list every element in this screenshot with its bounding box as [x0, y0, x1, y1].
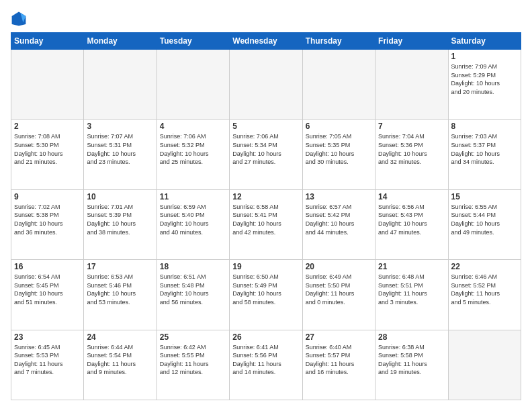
calendar-cell: 27Sunrise: 6:40 AM Sunset: 5:57 PM Dayli…	[302, 330, 375, 400]
calendar-week-row: 2Sunrise: 7:08 AM Sunset: 5:30 PM Daylig…	[11, 120, 521, 189]
day-info: Sunrise: 6:45 AM Sunset: 5:53 PM Dayligh…	[14, 343, 81, 377]
day-info: Sunrise: 6:54 AM Sunset: 5:45 PM Dayligh…	[14, 273, 81, 306]
day-info: Sunrise: 7:05 AM Sunset: 5:35 PM Dayligh…	[306, 132, 372, 166]
day-number: 15	[451, 192, 518, 201]
day-info: Sunrise: 6:40 AM Sunset: 5:57 PM Dayligh…	[306, 343, 372, 377]
day-number: 19	[232, 262, 299, 271]
day-info: Sunrise: 7:01 AM Sunset: 5:39 PM Dayligh…	[87, 203, 153, 236]
calendar-cell: 5Sunrise: 7:06 AM Sunset: 5:34 PM Daylig…	[230, 120, 302, 189]
calendar-cell: 8Sunrise: 7:03 AM Sunset: 5:37 PM Daylig…	[448, 120, 521, 189]
calendar-cell: 26Sunrise: 6:41 AM Sunset: 5:56 PM Dayli…	[230, 330, 302, 400]
day-number: 28	[378, 332, 445, 342]
day-info: Sunrise: 6:57 AM Sunset: 5:42 PM Dayligh…	[306, 203, 372, 236]
day-number: 16	[14, 262, 81, 271]
day-info: Sunrise: 6:59 AM Sunset: 5:40 PM Dayligh…	[160, 203, 226, 236]
calendar-cell	[157, 50, 229, 120]
calendar-cell	[84, 50, 157, 120]
day-number: 14	[378, 192, 445, 201]
day-of-week-header: Tuesday	[157, 33, 229, 50]
calendar-cell: 1Sunrise: 7:09 AM Sunset: 5:29 PM Daylig…	[448, 50, 521, 120]
calendar-cell: 10Sunrise: 7:01 AM Sunset: 5:39 PM Dayli…	[84, 189, 157, 259]
calendar-cell: 24Sunrise: 6:44 AM Sunset: 5:54 PM Dayli…	[84, 330, 157, 400]
day-info: Sunrise: 7:09 AM Sunset: 5:29 PM Dayligh…	[451, 62, 518, 96]
calendar-cell: 14Sunrise: 6:56 AM Sunset: 5:43 PM Dayli…	[375, 189, 448, 259]
day-info: Sunrise: 6:49 AM Sunset: 5:50 PM Dayligh…	[306, 273, 372, 306]
calendar-cell	[11, 50, 84, 120]
day-info: Sunrise: 6:44 AM Sunset: 5:54 PM Dayligh…	[87, 343, 153, 377]
calendar-cell: 9Sunrise: 7:02 AM Sunset: 5:38 PM Daylig…	[11, 189, 84, 259]
day-of-week-header: Thursday	[302, 33, 375, 50]
logo	[11, 11, 30, 27]
day-info: Sunrise: 6:56 AM Sunset: 5:43 PM Dayligh…	[378, 203, 445, 236]
day-number: 2	[14, 122, 81, 131]
day-info: Sunrise: 7:06 AM Sunset: 5:32 PM Dayligh…	[160, 132, 226, 166]
day-info: Sunrise: 6:55 AM Sunset: 5:44 PM Dayligh…	[451, 203, 518, 236]
calendar-cell	[230, 50, 302, 120]
day-number: 24	[87, 332, 153, 342]
day-info: Sunrise: 6:48 AM Sunset: 5:51 PM Dayligh…	[378, 273, 445, 306]
day-number: 23	[14, 332, 81, 342]
day-info: Sunrise: 7:06 AM Sunset: 5:34 PM Dayligh…	[232, 132, 299, 166]
day-info: Sunrise: 7:03 AM Sunset: 5:37 PM Dayligh…	[451, 132, 518, 166]
calendar-week-row: 9Sunrise: 7:02 AM Sunset: 5:38 PM Daylig…	[11, 189, 521, 259]
day-of-week-header: Wednesday	[230, 33, 302, 50]
day-of-week-header: Sunday	[11, 33, 84, 50]
day-number: 10	[87, 192, 153, 201]
day-number: 1	[451, 52, 518, 61]
day-number: 26	[232, 332, 299, 342]
day-number: 12	[232, 192, 299, 201]
day-number: 7	[378, 122, 445, 131]
day-number: 9	[14, 192, 81, 201]
day-number: 21	[378, 262, 445, 271]
calendar-cell: 12Sunrise: 6:58 AM Sunset: 5:41 PM Dayli…	[230, 189, 302, 259]
calendar-cell: 20Sunrise: 6:49 AM Sunset: 5:50 PM Dayli…	[302, 260, 375, 330]
calendar-cell: 11Sunrise: 6:59 AM Sunset: 5:40 PM Dayli…	[157, 189, 229, 259]
calendar-week-row: 1Sunrise: 7:09 AM Sunset: 5:29 PM Daylig…	[11, 50, 521, 120]
calendar-table: SundayMondayTuesdayWednesdayThursdayFrid…	[11, 32, 521, 400]
day-info: Sunrise: 6:51 AM Sunset: 5:48 PM Dayligh…	[160, 273, 226, 306]
day-number: 27	[306, 332, 372, 342]
day-number: 6	[306, 122, 372, 131]
day-number: 20	[306, 262, 372, 271]
calendar-cell: 2Sunrise: 7:08 AM Sunset: 5:30 PM Daylig…	[11, 120, 84, 189]
calendar-cell: 22Sunrise: 6:46 AM Sunset: 5:52 PM Dayli…	[448, 260, 521, 330]
calendar-cell: 18Sunrise: 6:51 AM Sunset: 5:48 PM Dayli…	[157, 260, 229, 330]
calendar-cell: 19Sunrise: 6:50 AM Sunset: 5:49 PM Dayli…	[230, 260, 302, 330]
day-number: 4	[160, 122, 226, 131]
calendar-cell: 21Sunrise: 6:48 AM Sunset: 5:51 PM Dayli…	[375, 260, 448, 330]
day-info: Sunrise: 7:07 AM Sunset: 5:31 PM Dayligh…	[87, 132, 153, 166]
day-number: 13	[306, 192, 372, 201]
day-of-week-header: Friday	[375, 33, 448, 50]
day-info: Sunrise: 7:02 AM Sunset: 5:38 PM Dayligh…	[14, 203, 81, 236]
day-info: Sunrise: 6:53 AM Sunset: 5:46 PM Dayligh…	[87, 273, 153, 306]
day-info: Sunrise: 6:41 AM Sunset: 5:56 PM Dayligh…	[232, 343, 299, 377]
calendar-cell: 17Sunrise: 6:53 AM Sunset: 5:46 PM Dayli…	[84, 260, 157, 330]
calendar-cell: 23Sunrise: 6:45 AM Sunset: 5:53 PM Dayli…	[11, 330, 84, 400]
calendar-week-row: 23Sunrise: 6:45 AM Sunset: 5:53 PM Dayli…	[11, 330, 521, 400]
day-number: 11	[160, 192, 226, 201]
day-info: Sunrise: 6:58 AM Sunset: 5:41 PM Dayligh…	[232, 203, 299, 236]
header	[11, 11, 521, 27]
day-info: Sunrise: 6:46 AM Sunset: 5:52 PM Dayligh…	[451, 273, 518, 306]
day-number: 18	[160, 262, 226, 271]
calendar-week-row: 16Sunrise: 6:54 AM Sunset: 5:45 PM Dayli…	[11, 260, 521, 330]
calendar-cell: 28Sunrise: 6:38 AM Sunset: 5:58 PM Dayli…	[375, 330, 448, 400]
logo-icon	[11, 11, 27, 27]
day-info: Sunrise: 6:42 AM Sunset: 5:55 PM Dayligh…	[160, 343, 226, 377]
calendar-cell	[302, 50, 375, 120]
page: SundayMondayTuesdayWednesdayThursdayFrid…	[0, 0, 532, 411]
calendar-cell: 3Sunrise: 7:07 AM Sunset: 5:31 PM Daylig…	[84, 120, 157, 189]
day-info: Sunrise: 6:50 AM Sunset: 5:49 PM Dayligh…	[232, 273, 299, 306]
calendar-cell: 7Sunrise: 7:04 AM Sunset: 5:36 PM Daylig…	[375, 120, 448, 189]
day-of-week-header: Saturday	[448, 33, 521, 50]
day-number: 17	[87, 262, 153, 271]
calendar-cell: 16Sunrise: 6:54 AM Sunset: 5:45 PM Dayli…	[11, 260, 84, 330]
day-number: 25	[160, 332, 226, 342]
calendar-cell	[375, 50, 448, 120]
day-info: Sunrise: 7:08 AM Sunset: 5:30 PM Dayligh…	[14, 132, 81, 166]
day-number: 22	[451, 262, 518, 271]
calendar-cell: 4Sunrise: 7:06 AM Sunset: 5:32 PM Daylig…	[157, 120, 229, 189]
day-of-week-header: Monday	[84, 33, 157, 50]
day-number: 8	[451, 122, 518, 131]
calendar-cell: 6Sunrise: 7:05 AM Sunset: 5:35 PM Daylig…	[302, 120, 375, 189]
